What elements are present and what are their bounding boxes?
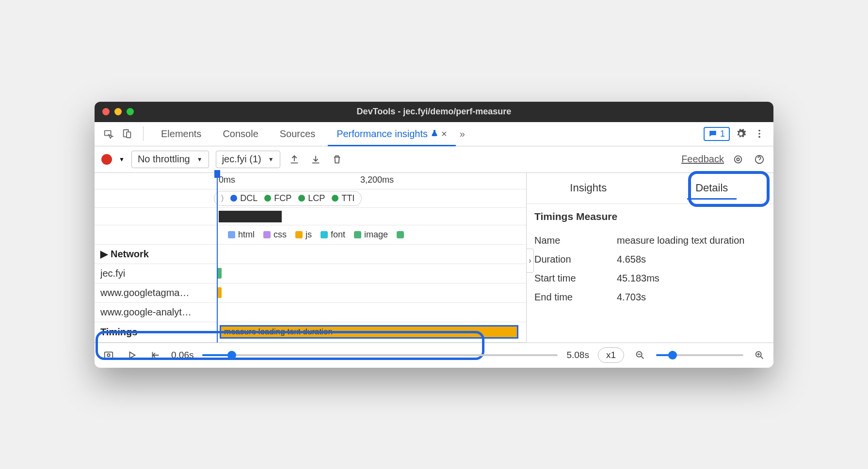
legend-css: css	[263, 230, 287, 240]
recording-value: jec.fyi (1)	[222, 154, 261, 165]
inspect-icon[interactable]	[101, 126, 116, 141]
markers-pill: ) DCL FCP LCP TTI	[214, 191, 362, 206]
legend-font: font	[321, 230, 345, 240]
rewind-icon[interactable]	[148, 348, 162, 362]
device-toggle-icon[interactable]	[120, 126, 134, 141]
svg-point-4	[758, 133, 760, 135]
close-window-button[interactable]	[102, 108, 110, 115]
record-button[interactable]	[101, 154, 112, 165]
marker-tti[interactable]: TTI	[332, 193, 354, 203]
caret-down-icon: ▼	[197, 156, 203, 163]
tab-label: Performance insights	[337, 128, 428, 140]
legend-row: html css js font image	[95, 225, 526, 245]
marker-partial: )	[221, 194, 224, 203]
zoom-in-icon[interactable]	[752, 348, 767, 362]
details-body: Timings Measure Namemeasure loading text…	[527, 204, 773, 313]
messages-badge[interactable]: 1	[704, 127, 730, 141]
playback-bar: 0.06s 5.08s x1	[95, 343, 773, 368]
marker-lcp[interactable]: LCP	[298, 193, 325, 203]
legend-image: image	[354, 230, 388, 240]
kebab-icon[interactable]	[752, 126, 767, 141]
tab-sources[interactable]: Sources	[271, 122, 324, 146]
window-title: DevTools - jec.fyi/demo/perf-measure	[357, 107, 512, 117]
eye-icon[interactable]	[101, 348, 116, 362]
panel-settings-icon[interactable]	[731, 152, 745, 167]
throttling-value: No throttling	[138, 154, 190, 165]
svg-point-10	[107, 354, 110, 357]
overview-bar	[219, 211, 282, 222]
prop-row: Duration4.658s	[534, 250, 766, 269]
prop-row: Start time45.183ms	[534, 269, 766, 288]
timings-measure-bar[interactable]: measure loading text duration	[220, 325, 518, 339]
tab-console[interactable]: Console	[214, 122, 267, 146]
close-tab-icon[interactable]: ×	[441, 128, 447, 140]
minimize-window-button[interactable]	[114, 108, 122, 115]
trash-icon[interactable]	[330, 152, 344, 167]
svg-point-3	[758, 130, 760, 132]
legend-js: js	[295, 230, 312, 240]
tab-insights[interactable]: Insights	[527, 173, 650, 203]
markers-row: ) DCL FCP LCP TTI	[95, 189, 526, 208]
download-icon[interactable]	[308, 152, 323, 167]
titlebar: DevTools - jec.fyi/demo/perf-measure	[95, 102, 773, 122]
right-tabs: Insights Details	[527, 173, 773, 204]
ruler-tick: 0ms	[219, 175, 235, 185]
network-item-row[interactable]: jec.fyi	[95, 264, 526, 283]
content-area: 0ms 3,200ms ) DCL FCP LCP TTI html css j…	[95, 173, 773, 343]
upload-icon[interactable]	[287, 152, 302, 167]
time-ruler[interactable]: 0ms 3,200ms	[95, 173, 526, 189]
time-start: 0.06s	[171, 350, 193, 360]
time-end: 5.08s	[566, 350, 589, 360]
time-slider[interactable]	[202, 354, 558, 356]
divider	[143, 126, 144, 141]
traffic-lights	[102, 108, 134, 115]
devtools-window: DevTools - jec.fyi/demo/perf-measure Ele…	[95, 102, 773, 368]
flask-icon	[431, 128, 438, 140]
legend-overflow	[397, 231, 404, 238]
timings-row[interactable]: Timings measure loading text duration	[95, 322, 526, 343]
ruler-tick: 3,200ms	[360, 175, 394, 185]
details-panel: › Insights Details Timings Measure Namem…	[526, 173, 773, 343]
tab-elements[interactable]: Elements	[152, 122, 210, 146]
prop-row: End time4.703s	[534, 288, 766, 307]
maximize-window-button[interactable]	[127, 108, 134, 115]
speed-badge[interactable]: x1	[598, 347, 624, 363]
more-tabs-icon[interactable]: »	[460, 128, 465, 140]
tab-performance-insights[interactable]: Performance insights ×	[328, 122, 456, 146]
svg-point-5	[758, 136, 760, 138]
tab-details[interactable]: Details	[650, 173, 774, 203]
network-item: www.googletagma…	[95, 287, 217, 298]
timings-label: Timings	[95, 327, 217, 338]
network-item-row[interactable]: www.googletagma…	[95, 283, 526, 303]
timeline-panel: 0ms 3,200ms ) DCL FCP LCP TTI html css j…	[95, 173, 526, 343]
record-menu-caret[interactable]: ▼	[119, 156, 125, 163]
gear-icon[interactable]	[734, 126, 748, 141]
network-item: jec.fyi	[95, 268, 217, 279]
prop-row: Namemeasure loading text duration	[534, 231, 766, 250]
performance-toolbar: ▼ No throttling ▼ jec.fyi (1) ▼ Feedback	[95, 146, 773, 173]
svg-point-7	[737, 158, 739, 161]
help-icon[interactable]	[752, 152, 767, 167]
svg-point-6	[735, 156, 742, 163]
network-item: www.google-analyt…	[95, 307, 217, 318]
zoom-slider[interactable]	[656, 354, 743, 356]
zoom-out-icon[interactable]	[633, 348, 647, 362]
overview-bar-row	[95, 208, 526, 225]
chevron-right-icon: ▶	[100, 248, 108, 260]
devtools-tabbar: Elements Console Sources Performance ins…	[95, 122, 773, 146]
network-item-row[interactable]: www.google-analyt…	[95, 303, 526, 322]
messages-count: 1	[720, 129, 725, 139]
throttling-select[interactable]: No throttling ▼	[131, 151, 209, 168]
marker-dcl[interactable]: DCL	[230, 193, 257, 203]
svg-rect-2	[127, 132, 130, 138]
network-header-row[interactable]: ▶Network	[95, 245, 526, 264]
recording-select[interactable]: jec.fyi (1) ▼	[216, 151, 280, 168]
caret-down-icon: ▼	[268, 156, 274, 163]
feedback-link[interactable]: Feedback	[681, 154, 724, 165]
collapse-handle[interactable]: ›	[526, 249, 534, 273]
play-icon[interactable]	[125, 348, 139, 362]
network-label: Network	[111, 249, 149, 260]
marker-fcp[interactable]: FCP	[264, 193, 291, 203]
legend-html: html	[228, 230, 255, 240]
playhead[interactable]	[217, 173, 218, 343]
